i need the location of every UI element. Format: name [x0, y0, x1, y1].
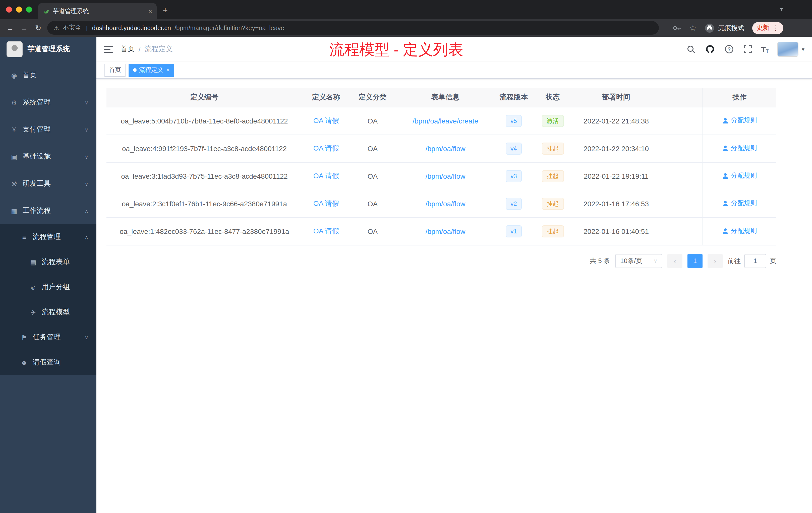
version-tag: v3: [505, 170, 522, 182]
assign-rule-label: 分配规则: [731, 144, 757, 153]
sidebar-item-leave-query[interactable]: ☻请假查询: [0, 350, 96, 375]
font-size-icon[interactable]: TT: [761, 45, 768, 54]
cell-form-link[interactable]: /bpm/oa/flow: [395, 134, 496, 162]
user-avatar[interactable]: [778, 42, 799, 57]
chevron-down-icon: ∨: [85, 335, 88, 340]
sidebar-item-infrastructure[interactable]: ▣基础设施∨: [0, 143, 96, 170]
password-key-icon[interactable]: [672, 23, 681, 32]
tab-title: 芋道管理系统: [53, 7, 145, 15]
browser-tab[interactable]: 芋道管理系统 ×: [38, 3, 157, 19]
fullscreen-icon[interactable]: [743, 45, 752, 54]
sidebar-item-home[interactable]: ◉首页: [0, 62, 96, 89]
sidebar-item-task-management[interactable]: ⚑任务管理∨: [0, 325, 96, 350]
prev-page-button[interactable]: ‹: [667, 254, 683, 268]
cell-form-link[interactable]: /bpm/oa/flow: [395, 190, 496, 217]
sidebar-item-process-management[interactable]: ≡流程管理∧: [0, 224, 96, 249]
status-badge: 挂起: [542, 142, 564, 154]
cell-definition-name[interactable]: OA 请假: [302, 217, 350, 245]
col-status: 状态: [532, 88, 574, 107]
sidebar-item-label: 流程管理: [33, 233, 61, 241]
cell-definition-name[interactable]: OA 请假: [302, 134, 350, 162]
breadcrumb-home[interactable]: 首页: [120, 45, 135, 54]
tag-home[interactable]: 首页: [105, 63, 125, 77]
sidebar-item-system[interactable]: ⚙系统管理∨: [0, 89, 96, 116]
assign-rule-link[interactable]: 分配规则: [722, 227, 757, 236]
bookmark-star-icon[interactable]: ☆: [689, 23, 696, 33]
page-number-button[interactable]: 1: [688, 254, 702, 268]
cell-category: OA: [350, 162, 395, 190]
security-label: 不安全: [63, 24, 82, 32]
cell-filler: [659, 134, 702, 162]
assign-rule-link[interactable]: 分配规则: [722, 116, 757, 125]
sidebar-item-label: 系统管理: [23, 98, 51, 107]
page-size-select[interactable]: 10条/页 ∨: [615, 254, 662, 268]
sidebar-item-devtools[interactable]: ⚒研发工具∨: [0, 170, 96, 197]
sidebar-item-user-group[interactable]: ☺用户分组: [0, 275, 96, 300]
incognito-icon: [704, 23, 715, 33]
window-minimize-button[interactable]: [16, 6, 22, 12]
window-close-button[interactable]: [6, 6, 12, 12]
user-icon: [722, 200, 729, 207]
gear-icon: ⚙: [10, 99, 18, 106]
back-icon[interactable]: ←: [4, 24, 16, 32]
cell-form-link[interactable]: /bpm/oa/leave/create: [395, 107, 496, 134]
chevron-down-icon: ∨: [85, 127, 88, 132]
search-icon[interactable]: [687, 44, 696, 54]
cell-definition-id: oa_leave:3:1fad3d93-7b75-11ec-a3c8-acde4…: [107, 162, 302, 190]
tag-label: 流程定义: [139, 66, 163, 74]
tag-process-definition[interactable]: 流程定义 ×: [128, 63, 174, 77]
browser-menu-icon[interactable]: ⋮: [772, 24, 779, 32]
cell-definition-name[interactable]: OA 请假: [302, 190, 350, 217]
tab-close-icon[interactable]: ×: [148, 8, 152, 14]
col-form-info: 表单信息: [395, 88, 496, 107]
reload-icon[interactable]: ↻: [32, 23, 44, 32]
tab-search-icon[interactable]: ▾: [780, 6, 783, 12]
cell-action: 分配规则: [702, 134, 776, 162]
window-zoom-button[interactable]: [26, 6, 32, 12]
cell-definition-id: oa_leave:2:3c1f0ef1-76b1-11ec-9c66-a2380…: [107, 190, 302, 217]
browser-update-button[interactable]: 更新 ⋮: [752, 22, 783, 34]
sidebar-item-payment[interactable]: ¥支付管理∨: [0, 116, 96, 143]
cell-definition-name[interactable]: OA 请假: [302, 162, 350, 190]
cell-category: OA: [350, 134, 395, 162]
col-action: 操作: [702, 88, 776, 107]
tools-icon: ⚒: [10, 180, 18, 187]
github-icon[interactable]: [705, 44, 715, 54]
assign-rule-link[interactable]: 分配规则: [722, 144, 757, 153]
task-icon: ⚑: [20, 334, 28, 341]
cell-definition-id: oa_leave:5:004b710b-7b8a-11ec-8ef0-acde4…: [107, 107, 302, 134]
cell-form-link[interactable]: /bpm/oa/flow: [395, 217, 496, 245]
sidebar-item-process-model[interactable]: ✈流程模型: [0, 300, 96, 325]
total-count-label: 共 5 条: [590, 256, 610, 265]
forward-icon[interactable]: →: [18, 24, 30, 32]
sidebar-item-label: 支付管理: [23, 125, 51, 134]
table-row: oa_leave:1:482ec033-762a-11ec-8477-a2380…: [107, 217, 776, 245]
col-definition-name: 定义名称: [302, 88, 350, 107]
sidebar-logo[interactable]: 芋道管理系统: [0, 37, 96, 62]
user-group-icon: ☺: [29, 283, 37, 291]
sidebar-item-label: 研发工具: [23, 179, 51, 188]
select-caret-down-icon: ∨: [654, 258, 657, 264]
url-bar[interactable]: ⚠ 不安全 | dashboard.yudao.iocoder.cn/bpm/m…: [47, 21, 659, 35]
window-controls: [0, 6, 37, 12]
cell-category: OA: [350, 107, 395, 134]
tag-close-icon[interactable]: ×: [166, 66, 170, 73]
sidebar-item-workflow[interactable]: ▦工作流程∧: [0, 197, 96, 224]
assign-rule-link[interactable]: 分配规则: [722, 172, 757, 180]
hamburger-icon[interactable]: [104, 46, 113, 53]
cell-definition-name[interactable]: OA 请假: [302, 107, 350, 134]
new-tab-button[interactable]: +: [163, 5, 168, 16]
update-label: 更新: [757, 24, 769, 32]
cell-filler: [659, 162, 702, 190]
sidebar-item-process-form[interactable]: ▤流程表单: [0, 249, 96, 275]
svg-text:?: ?: [727, 47, 730, 52]
help-icon[interactable]: ?: [724, 44, 734, 54]
assign-rule-link[interactable]: 分配规则: [722, 199, 757, 208]
next-page-button[interactable]: ›: [707, 254, 723, 268]
goto-page-input[interactable]: [744, 254, 766, 268]
url-divider: |: [86, 24, 88, 31]
col-definition-id: 定义编号: [107, 88, 302, 107]
chevron-up-icon: ∧: [85, 234, 88, 240]
cell-form-link[interactable]: /bpm/oa/flow: [395, 162, 496, 190]
user-menu[interactable]: ▾: [778, 42, 805, 57]
